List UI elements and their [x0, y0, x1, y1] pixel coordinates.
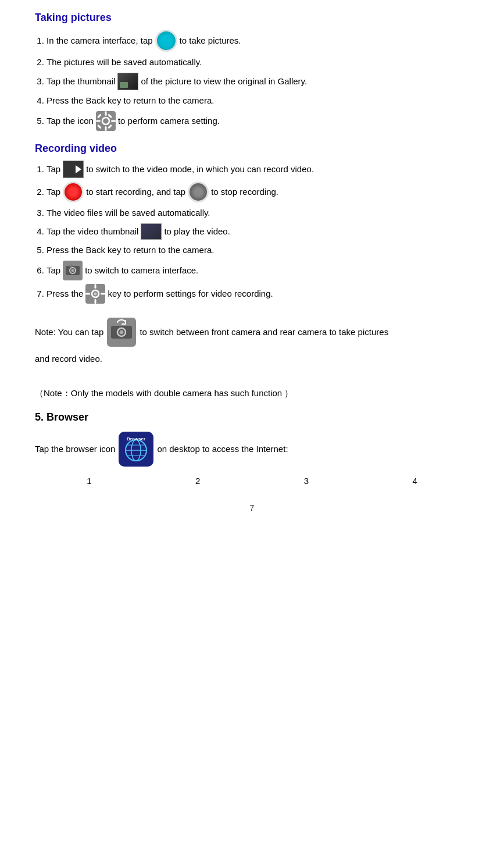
record-stop-icon [188, 182, 209, 202]
rv-step-4-line: Tap the video thumbnail to play the vide… [47, 223, 469, 240]
svg-rect-18 [95, 299, 96, 304]
browser-columns: 1 2 3 4 [35, 476, 469, 486]
column-4: 4 [412, 476, 417, 486]
rv-step-1-after: to switch to the video mode, in which yo… [86, 162, 314, 177]
camera-rotate-icon [107, 318, 136, 347]
svg-point-21 [94, 293, 97, 296]
step-5-after: to perform camera setting. [118, 113, 220, 129]
svg-rect-4 [96, 120, 101, 122]
rv-step-1-line: Tap to switch to the video mode, in whic… [47, 161, 469, 178]
step-5-line: Tap the icon to perfo [47, 111, 469, 131]
recording-video-title: Recording video [35, 143, 469, 155]
note-double-camera: （Note：Only the models with double camera… [35, 386, 469, 401]
rv-step-2-after: to stop recording. [211, 184, 278, 200]
list-item: Press the Back key to return to the came… [47, 94, 469, 108]
svg-rect-14 [69, 265, 73, 267]
rv-step-7-before: Press the [47, 286, 83, 301]
step-4-text: Press the Back key to return to the came… [47, 95, 214, 105]
thumbnail-icon [117, 73, 138, 90]
list-item: Tap to start recording, and tap to stop … [47, 182, 469, 202]
recording-video-list: Tap to switch to the video mode, in whic… [47, 161, 469, 304]
rv-step-6-after: to switch to camera interface. [85, 263, 198, 278]
list-item: The pictures will be saved automatically… [47, 55, 469, 69]
page-number: 7 [35, 503, 469, 513]
step-3-line: Tap the thumbnail of the picture to view… [47, 73, 469, 90]
rv-step-2-middle: to start recording, and tap [86, 184, 185, 200]
step-2-text: The pictures will be saved automatically… [47, 57, 202, 67]
note-line-2: and record video. [35, 351, 469, 367]
list-item: Tap the video thumbnail to play the vide… [47, 223, 469, 240]
step-3-after: of the picture to view the original in G… [141, 74, 307, 89]
browser-intro: Tap the browser icon Browser on desktop … [35, 432, 469, 467]
step-1-after: to take pictures. [180, 33, 241, 48]
svg-point-13 [72, 269, 74, 272]
rv-step-5-text: Press the Back key to return to the came… [47, 245, 214, 255]
settings-icon [96, 111, 116, 131]
rv-step-4-before: Tap the video thumbnail [47, 224, 138, 239]
column-2: 2 [195, 476, 200, 486]
list-item: Tap the thumbnail of the picture to view… [47, 73, 469, 90]
note-text-after: to switch between front camera and rear … [140, 325, 388, 340]
svg-rect-17 [95, 284, 96, 289]
svg-text:Browser: Browser [127, 436, 145, 442]
svg-point-25 [120, 330, 124, 335]
note-section: Note: You can tap to switch between fron… [35, 315, 469, 401]
video-thumb-icon [141, 223, 162, 240]
rv-step-2-line: Tap to start recording, and tap to stop … [47, 182, 469, 202]
record-start-icon [63, 182, 84, 202]
list-item: Press the key to perform settings for vi… [47, 284, 469, 304]
taking-pictures-title: Taking pictures [35, 12, 469, 24]
step-1-before: In the camera interface, tap [47, 33, 153, 48]
step-3-before: Tap the thumbnail [47, 74, 115, 89]
svg-rect-20 [101, 293, 105, 295]
rv-step-6-before: Tap [47, 263, 60, 278]
shutter-icon [155, 30, 177, 52]
list-item: In the camera interface, tap to take pic… [47, 30, 469, 52]
rv-step-7-after: key to perform settings for video record… [108, 286, 273, 301]
page-num: 7 [250, 503, 255, 513]
column-1: 1 [87, 476, 91, 486]
list-item: Tap to switch to the video mode, in whic… [47, 161, 469, 178]
rv-step-6-line: Tap to switch to camera interface. [47, 261, 469, 280]
svg-rect-2 [105, 111, 106, 116]
svg-rect-5 [111, 120, 116, 122]
browser-intro-after: on desktop to access the Internet: [157, 442, 288, 456]
rv-step-2-before: Tap [47, 184, 60, 200]
camera-switch-icon [63, 261, 83, 280]
note-line-1: Note: You can tap to switch between fron… [35, 315, 469, 349]
rv-step-3-text: The video files will be saved automatica… [47, 208, 210, 218]
browser-intro-before: Tap the browser icon [35, 442, 115, 456]
note-text-before: Note: You can tap [35, 325, 103, 340]
recording-video-section: Recording video Tap to switch to the vid… [35, 143, 469, 304]
browser-title: 5. Browser [35, 411, 469, 424]
list-item: Tap the icon to perfo [47, 111, 469, 131]
browser-section: 5. Browser Tap the browser icon Browser … [35, 411, 469, 486]
svg-rect-3 [105, 126, 106, 131]
settings-key-icon [85, 284, 105, 304]
list-item: Tap to switch to camera interface. [47, 261, 469, 280]
taking-pictures-section: Taking pictures In the camera interface,… [35, 12, 469, 131]
column-3: 3 [304, 476, 309, 486]
step-5-before: Tap the icon [47, 113, 94, 129]
svg-rect-19 [85, 293, 90, 295]
list-item: The video files will be saved automatica… [47, 206, 469, 220]
taking-pictures-list: In the camera interface, tap to take pic… [47, 30, 469, 131]
step-1-line: In the camera interface, tap to take pic… [47, 30, 469, 52]
browser-icon: Browser [119, 432, 153, 467]
rv-step-1-before: Tap [47, 162, 60, 177]
list-item: Press the Back key to return to the came… [47, 243, 469, 257]
rv-step-4-after: to play the video. [164, 224, 230, 239]
video-mode-icon [63, 161, 84, 178]
rv-step-7-line: Press the key to perform settings for vi… [47, 284, 469, 304]
